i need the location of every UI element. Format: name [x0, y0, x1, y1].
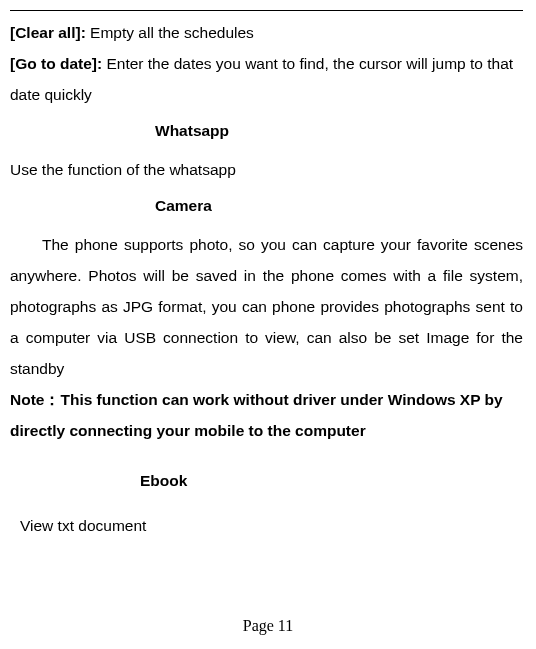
body-ebook: View txt document [20, 510, 523, 541]
body-whatsapp: Use the function of the whatsapp [10, 154, 523, 185]
definition-clear-all: [Clear all]: Empty all the schedules [10, 17, 523, 48]
clear-all-text: Empty all the schedules [86, 24, 254, 41]
clear-all-label: [Clear all]: [10, 24, 86, 41]
note-camera: Note：This function can work without driv… [10, 384, 523, 446]
definition-go-to-date: [Go to date]: Enter the dates you want t… [10, 48, 523, 110]
page-number: Page 11 [0, 617, 536, 635]
go-to-date-label: [Go to date]: [10, 55, 102, 72]
body-camera: The phone supports photo, so you can cap… [10, 229, 523, 384]
heading-camera: Camera [155, 189, 523, 223]
heading-whatsapp: Whatsapp [155, 114, 523, 148]
heading-ebook: Ebook [140, 464, 523, 498]
page-content: [Clear all]: Empty all the schedules [Go… [10, 10, 523, 541]
